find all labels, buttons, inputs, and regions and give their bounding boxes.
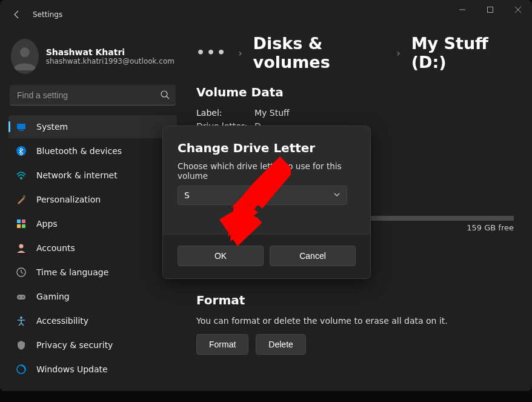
shield-icon xyxy=(16,340,27,350)
breadcrumb: ••• › Disks & volumes › My Stuff (D:) xyxy=(196,34,514,72)
svg-rect-16 xyxy=(17,295,25,300)
breadcrumb-more-icon[interactable]: ••• xyxy=(196,52,227,54)
sidebar-item-bluetooth-devices[interactable]: Bluetooth & devices xyxy=(8,139,177,162)
svg-rect-6 xyxy=(19,130,24,131)
sidebar-item-network-internet[interactable]: Network & internet xyxy=(8,164,177,187)
sidebar-item-label: Time & language xyxy=(36,267,108,277)
bluetooth-icon xyxy=(16,146,27,156)
ok-button[interactable]: OK xyxy=(178,246,264,266)
sidebar-item-apps[interactable]: Apps xyxy=(8,212,177,235)
apps-icon xyxy=(16,218,27,229)
svg-point-18 xyxy=(22,296,24,298)
format-button[interactable]: Format xyxy=(196,334,248,355)
svg-rect-10 xyxy=(17,219,21,223)
minimize-button[interactable] xyxy=(448,0,476,19)
svg-point-19 xyxy=(20,317,22,319)
system-icon xyxy=(16,121,27,132)
person-icon xyxy=(16,243,27,253)
svg-rect-11 xyxy=(22,219,25,223)
clock-icon xyxy=(16,267,27,278)
sidebar-item-label: Privacy & security xyxy=(36,340,113,350)
drive-letter-selected: S xyxy=(184,190,190,200)
close-button[interactable] xyxy=(504,0,532,19)
sidebar-item-personalization[interactable]: Personalization xyxy=(8,188,177,211)
sidebar-item-accounts[interactable]: Accounts xyxy=(8,236,177,260)
maximize-button[interactable] xyxy=(476,0,504,19)
sidebar-item-time-language[interactable]: Time & language xyxy=(8,261,177,284)
svg-line-4 xyxy=(167,96,169,99)
window-title: Settings xyxy=(33,10,62,19)
sidebar-item-label: Personalization xyxy=(36,195,101,204)
sidebar-item-label: Windows Update xyxy=(36,364,108,374)
sidebar-item-label: Bluetooth & devices xyxy=(36,146,122,156)
sidebar-item-gaming[interactable]: Gaming xyxy=(8,285,177,308)
label-value: My Stuff xyxy=(254,108,290,118)
svg-point-20 xyxy=(17,365,25,374)
avatar xyxy=(11,39,39,74)
svg-point-14 xyxy=(19,244,24,249)
svg-point-17 xyxy=(19,296,20,298)
chevron-down-icon xyxy=(333,190,341,200)
svg-rect-9 xyxy=(22,195,26,198)
sidebar-item-label: Accounts xyxy=(36,243,75,253)
label-key: Label: xyxy=(196,108,254,118)
user-email: shashwat.khatri1993@outlook.com xyxy=(46,57,175,65)
dialog-subtitle: Choose which drive letter to use for thi… xyxy=(178,161,356,181)
paintbrush-icon xyxy=(16,194,27,205)
gaming-icon xyxy=(16,291,27,302)
cancel-button[interactable]: Cancel xyxy=(270,246,356,266)
svg-rect-12 xyxy=(17,224,21,228)
search-icon xyxy=(160,90,170,102)
section-title-volume: Volume Data xyxy=(196,85,514,99)
sidebar-item-label: System xyxy=(36,122,68,132)
dialog-title: Change Drive Letter xyxy=(178,141,356,155)
chevron-right-icon: › xyxy=(396,47,400,59)
update-icon xyxy=(16,364,27,375)
sidebar-item-system[interactable]: System xyxy=(8,115,177,138)
svg-rect-5 xyxy=(17,124,25,129)
svg-rect-13 xyxy=(22,224,25,228)
chevron-right-icon: › xyxy=(238,47,242,59)
sidebar-item-label: Accessibility xyxy=(36,316,88,326)
sidebar-item-label: Gaming xyxy=(36,292,70,301)
sidebar-item-privacy-security[interactable]: Privacy & security xyxy=(8,333,177,357)
svg-point-2 xyxy=(20,47,30,57)
drive-letter-select[interactable]: S xyxy=(178,186,347,205)
change-drive-letter-dialog: Change Drive Letter Choose which drive l… xyxy=(162,126,371,279)
svg-rect-1 xyxy=(488,7,493,13)
svg-point-8 xyxy=(21,178,22,180)
search-input[interactable] xyxy=(10,85,176,106)
sidebar-item-accessibility[interactable]: Accessibility xyxy=(8,309,177,332)
format-description: You can format or delete the volume to e… xyxy=(196,316,514,326)
user-name: Shashwat Khatri xyxy=(46,47,175,57)
user-block[interactable]: Shashwat Khatri shashwat.khatri1993@outl… xyxy=(8,34,177,82)
section-title-format: Format xyxy=(196,293,514,307)
sidebar-item-label: Apps xyxy=(36,219,58,229)
svg-point-3 xyxy=(161,91,167,97)
delete-button[interactable]: Delete xyxy=(256,334,305,355)
wifi-icon xyxy=(16,170,27,181)
accessibility-icon xyxy=(16,315,27,326)
sidebar-item-windows-update[interactable]: Windows Update xyxy=(8,358,177,381)
breadcrumb-current: My Stuff (D:) xyxy=(411,34,514,72)
breadcrumb-parent[interactable]: Disks & volumes xyxy=(253,34,386,72)
back-button[interactable] xyxy=(8,6,25,23)
sidebar-item-label: Network & internet xyxy=(36,170,118,180)
